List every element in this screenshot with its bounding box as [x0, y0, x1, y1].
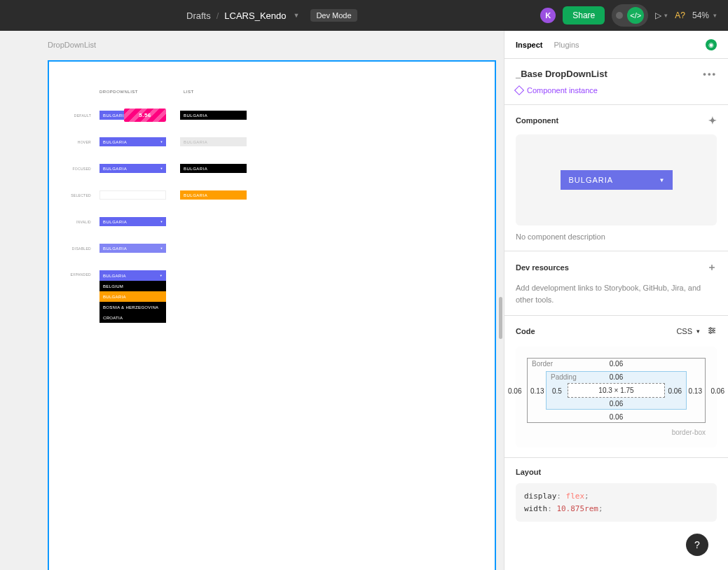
dropdown-disabled[interactable]: Bulgaria ▼	[99, 244, 166, 253]
list-item[interactable]: Belgium	[99, 281, 166, 291]
css-label: CSS	[676, 327, 692, 335]
dropdown-invalid[interactable]: Bulgaria ▼	[99, 217, 166, 226]
help-button[interactable]: ?	[686, 534, 708, 556]
state-row-expanded: Expanded Bulgaria ▼ Belgium Bulgaria Bos…	[70, 270, 166, 323]
dropdown-selected[interactable]	[99, 190, 166, 200]
chevron-down-icon: ▾	[713, 12, 717, 19]
vertical-scroll-indicator[interactable]	[499, 297, 502, 339]
border-top: 0.06	[610, 360, 623, 368]
css-prop: width	[524, 504, 547, 513]
section-title: Layout	[516, 468, 717, 476]
padding-label: Padding	[551, 373, 577, 381]
chevron-down-icon: ▼	[160, 167, 163, 170]
devmode-badge[interactable]: Dev Mode	[310, 9, 357, 22]
avatar[interactable]: K	[540, 8, 556, 23]
padding-bottom: 0.06	[610, 400, 623, 408]
code-section: Code CSS ▾ Border 0.06 0.06 0.13 0.13 0.…	[504, 316, 728, 458]
component-preview: BULGARIA ▼	[516, 134, 717, 225]
state-row-disabled: Disabled Bulgaria ▼	[70, 244, 166, 253]
code-header: Code CSS ▾	[516, 326, 717, 337]
layout-section: Layout display: flex; width: 10.875rem;	[504, 458, 728, 531]
list-hover[interactable]: Bulgaria	[180, 137, 247, 146]
dropdown-focused[interactable]: Bulgaria ▼	[99, 164, 166, 173]
preview-text: BULGARIA	[569, 176, 614, 184]
no-description-text: No component description	[516, 232, 717, 241]
box-sizing-label: border-box	[527, 429, 706, 436]
dropdown-text: Bulgaria	[103, 246, 127, 251]
list-item[interactable]: Bulgaria	[99, 291, 166, 302]
margin-left: 0.06	[508, 387, 521, 394]
toggle-dot-icon	[616, 12, 623, 19]
diamond-icon	[514, 85, 524, 95]
ready-for-dev-icon[interactable]: ◉	[706, 39, 717, 50]
state-label: Hover	[70, 140, 91, 144]
state-label: Invalid	[70, 220, 91, 224]
code-language-select[interactable]: CSS ▾	[676, 327, 700, 335]
zoom-control[interactable]: 54% ▾	[692, 11, 717, 20]
list-default[interactable]: Bulgaria	[180, 111, 247, 120]
svg-point-1	[713, 330, 715, 332]
more-icon[interactable]: •••	[703, 69, 717, 79]
list-text: Bulgaria	[184, 193, 207, 197]
section-title: Component	[516, 116, 558, 125]
chevron-down-icon: ▾	[696, 328, 700, 335]
state-label: Selected	[70, 193, 91, 197]
dev-resources-section: Dev resources ＋ Add development links to…	[504, 251, 728, 316]
padding-right: 0.06	[668, 387, 682, 394]
component-section: Component ✦ BULGARIA ▼ No component desc…	[504, 105, 728, 251]
list-item[interactable]: Croatia	[99, 312, 166, 323]
component-instance-link[interactable]: Component instance	[516, 86, 717, 95]
chevron-down-icon: ▼	[659, 177, 666, 183]
dev-resources-text: Add development links to Storybook, GitH…	[516, 282, 717, 305]
layout-code-block[interactable]: display: flex; width: 10.875rem;	[516, 483, 717, 522]
present-button[interactable]: ▷ ▾	[655, 11, 668, 20]
breadcrumb-drafts[interactable]: Drafts	[186, 11, 211, 21]
frame-label[interactable]: DropDownList	[48, 41, 96, 49]
list-focused[interactable]: Bulgaria	[180, 164, 247, 173]
breadcrumb-file[interactable]: LCARS_Kendo	[224, 11, 286, 21]
section-title: Dev resources	[516, 263, 569, 272]
list-selected[interactable]: Bulgaria	[180, 190, 247, 200]
dropdown-default[interactable]: Bulgaria ▼ 5.56	[99, 111, 166, 120]
css-value: flex	[566, 492, 585, 501]
list-item-text: Croatia	[103, 316, 123, 320]
instance-link-text: Component instance	[527, 86, 598, 95]
tab-inspect[interactable]: Inspect	[516, 41, 543, 49]
svg-point-2	[710, 332, 712, 334]
box-model-border: Border 0.06 0.06 0.13 0.13 0.06 0.06 Pad…	[527, 358, 706, 423]
canvas[interactable]: DropDownList DropDownList List Default B…	[0, 31, 504, 570]
chevron-down-icon[interactable]: ▼	[293, 12, 299, 19]
dropdown-expanded-header[interactable]: Bulgaria ▼	[99, 270, 166, 281]
share-button[interactable]: Share	[563, 6, 605, 25]
measurement-badge: 5.56	[124, 109, 166, 122]
dropdown-expanded[interactable]: Bulgaria ▼ Belgium Bulgaria Bosnia & Her…	[99, 270, 166, 323]
panel-tabs: Inspect Plugins ◉	[504, 31, 728, 59]
app-header: Drafts / LCARS_Kendo ▼ Dev Mode K Share …	[0, 0, 728, 31]
header-right: K Share </> ▷ ▾ A? 54% ▾	[540, 4, 717, 27]
css-value: 10.875rem	[556, 504, 598, 513]
component-variants-icon[interactable]: ✦	[708, 115, 717, 126]
tab-plugins[interactable]: Plugins	[554, 41, 579, 49]
dropdown-text: Bulgaria	[103, 220, 127, 224]
css-prop: display	[524, 492, 556, 501]
border-left: 0.13	[530, 387, 544, 394]
box-model-diagram[interactable]: Border 0.06 0.06 0.13 0.13 0.06 0.06 Pad…	[516, 347, 717, 447]
add-icon[interactable]: ＋	[707, 261, 717, 274]
chevron-down-icon: ▼	[160, 220, 163, 223]
state-row-default: Default Bulgaria ▼ 5.56 Bulgaria	[70, 111, 247, 120]
dropdown-text: Bulgaria	[103, 140, 127, 144]
border-label: Border	[532, 360, 553, 368]
list-item[interactable]: Bosnia & Herzegovina	[99, 302, 166, 312]
state-label: Expanded	[70, 272, 91, 277]
missing-font-icon[interactable]: A?	[675, 11, 685, 20]
section-title: Code	[516, 327, 535, 335]
settings-icon[interactable]	[707, 326, 717, 337]
col-header-dropdown: DropDownList	[99, 90, 166, 94]
dev-mode-toggle[interactable]: </>	[612, 4, 648, 27]
dropdown-hover[interactable]: Bulgaria ▼	[99, 137, 166, 146]
code-line: width: 10.875rem;	[524, 503, 708, 515]
breadcrumb-separator: /	[217, 11, 219, 21]
list-text: Bulgaria	[184, 140, 207, 144]
measurement-value: 5.56	[139, 112, 151, 118]
artboard-selected[interactable]: DropDownList List Default Bulgaria ▼ 5.5…	[48, 60, 496, 570]
